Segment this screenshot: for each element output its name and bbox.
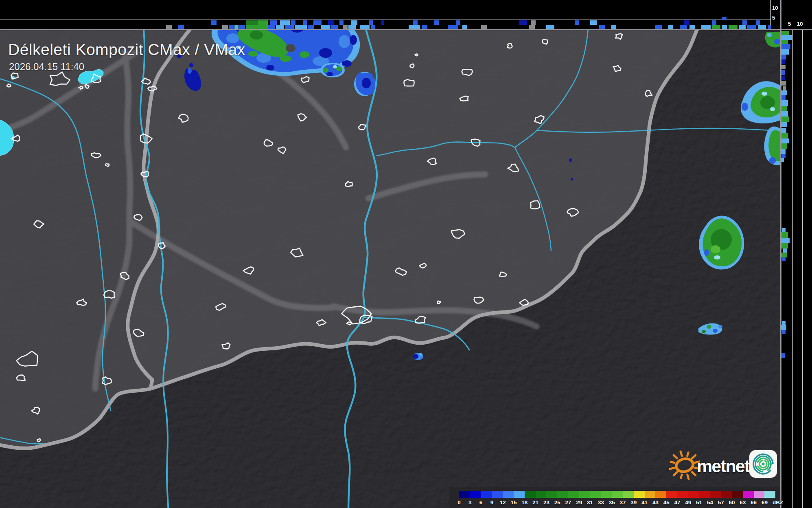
dbz-label-49: 49: [685, 499, 691, 506]
profile-echo-pixel: [701, 25, 711, 29]
profile-echo-pixel: [781, 90, 787, 95]
profile-echo-pixel: [308, 25, 314, 29]
profile-echo-pixel: [781, 117, 789, 122]
profile-echo-pixel: [178, 25, 184, 29]
profile-echo-pixel: [781, 232, 788, 238]
profile-echo-pixel: [234, 25, 239, 29]
dbz-seg-29: [579, 491, 590, 498]
profile-echo-pixel: [768, 25, 771, 29]
dbz-label-21: 21: [532, 499, 538, 506]
profile-echo-pixel: [783, 249, 787, 253]
profile-echo-pixel: [575, 20, 579, 25]
dbz-label-43: 43: [652, 499, 659, 506]
metnet-app-icon: [749, 450, 777, 478]
dbz-label-12: 12: [500, 499, 506, 506]
dbz-label-27: 27: [565, 499, 571, 506]
radar-map: [0, 29, 780, 508]
height-line-5km: [0, 20, 770, 20]
dbz-label-41: 41: [641, 499, 648, 506]
dbz-seg-45: [666, 491, 677, 498]
profile-echo-pixel: [481, 25, 487, 29]
right-height-profile-strip: [781, 29, 812, 508]
dbz-label-25: 25: [554, 499, 560, 506]
dbz-seg-31: [590, 491, 601, 498]
profile-echo-pixel: [339, 20, 344, 25]
sun-icon: [669, 448, 700, 481]
dbz-label-63: 63: [740, 499, 746, 506]
dbz-unit-label: dBZ: [773, 499, 783, 506]
profile-echo-pixel: [712, 25, 720, 29]
dbz-seg-51: [699, 491, 710, 498]
dbz-label-57: 57: [718, 499, 724, 506]
profile-echo-pixel: [781, 44, 790, 49]
profile-echo-pixel: [781, 95, 786, 100]
right-scale-label-10: 10: [797, 21, 803, 26]
profile-echo-pixel: [680, 25, 687, 29]
profile-echo-pixel: [456, 20, 460, 25]
dbz-label-60: 60: [729, 499, 735, 506]
profile-echo-pixel: [246, 25, 268, 29]
dbz-seg-43: [655, 491, 666, 498]
profile-echo-pixel: [276, 25, 284, 29]
profile-echo-pixel: [781, 49, 789, 55]
dbz-label-37: 37: [619, 499, 626, 506]
dbz-label-39: 39: [630, 499, 637, 506]
profile-echo-pixel: [689, 25, 695, 29]
profile-echo-pixel: [519, 20, 527, 25]
dbz-label-23: 23: [543, 499, 549, 506]
dbz-seg-27: [568, 491, 579, 498]
map-right-separator: [780, 0, 781, 508]
dbz-label-29: 29: [576, 499, 582, 506]
profile-echo-pixel: [781, 143, 787, 149]
profile-echo-pixel: [531, 20, 536, 25]
dbz-label-35: 35: [609, 499, 615, 506]
dbz-color-scale: 0369121518212325272931333537394143454749…: [449, 487, 780, 508]
profile-echo-pixel: [781, 243, 788, 249]
profile-echo-pixel: [422, 25, 427, 29]
profile-echo-pixel: [781, 81, 786, 86]
profile-echo-pixel: [782, 257, 786, 261]
profile-echo-pixel: [280, 20, 290, 25]
profile-echo-pixel: [729, 25, 738, 29]
height-line-10km: [0, 10, 770, 10]
profile-echo-pixel: [782, 330, 786, 334]
profile-echo-pixel: [546, 25, 554, 29]
profile-echo-pixel: [684, 20, 689, 25]
dbz-seg-21: [536, 491, 547, 498]
profile-echo-pixel: [782, 154, 786, 158]
profile-echo-pixel: [781, 55, 786, 59]
profile-echo-pixel: [722, 17, 727, 20]
dbz-seg-60: [732, 491, 743, 498]
profile-echo-pixel: [781, 106, 787, 111]
profile-echo-pixel: [270, 20, 277, 25]
profile-echo-pixel: [462, 25, 467, 29]
profile-echo-pixel: [781, 111, 788, 117]
top-height-profile-strip: 10 5 5 10: [0, 0, 812, 29]
page-title: Délkeleti Kompozit CMax / VMax: [8, 41, 245, 59]
profile-echo-pixel: [781, 238, 790, 243]
metnet-logo: metnet: [671, 447, 781, 484]
profile-echo-pixel: [781, 139, 789, 143]
profile-echo-pixel: [668, 25, 673, 29]
map-top-separator: [0, 29, 812, 30]
dbz-seg-25: [557, 491, 568, 498]
profile-echo-pixel: [371, 25, 375, 29]
profile-echo-pixel: [448, 25, 458, 29]
logo-wordmark: metnet: [697, 456, 749, 476]
dbz-label-66: 66: [751, 499, 757, 506]
profile-echo-pixel: [781, 100, 788, 106]
profile-echo-pixel: [781, 325, 786, 330]
profile-echo-pixel: [739, 25, 746, 29]
profile-echo-pixel: [758, 25, 766, 29]
profile-echo-pixel: [781, 70, 785, 75]
dbz-seg-66: [754, 491, 765, 498]
dbz-label-6: 6: [479, 499, 483, 506]
dbz-label-9: 9: [490, 499, 494, 506]
profile-echo-pixel: [529, 25, 535, 29]
dbz-seg-23: [546, 491, 557, 498]
profile-echo-pixel: [239, 25, 245, 29]
profile-echo-pixel: [211, 20, 217, 25]
profile-echo-pixel: [246, 20, 258, 25]
profile-echo-pixel: [381, 20, 384, 25]
profile-echo-pixel: [229, 25, 234, 29]
